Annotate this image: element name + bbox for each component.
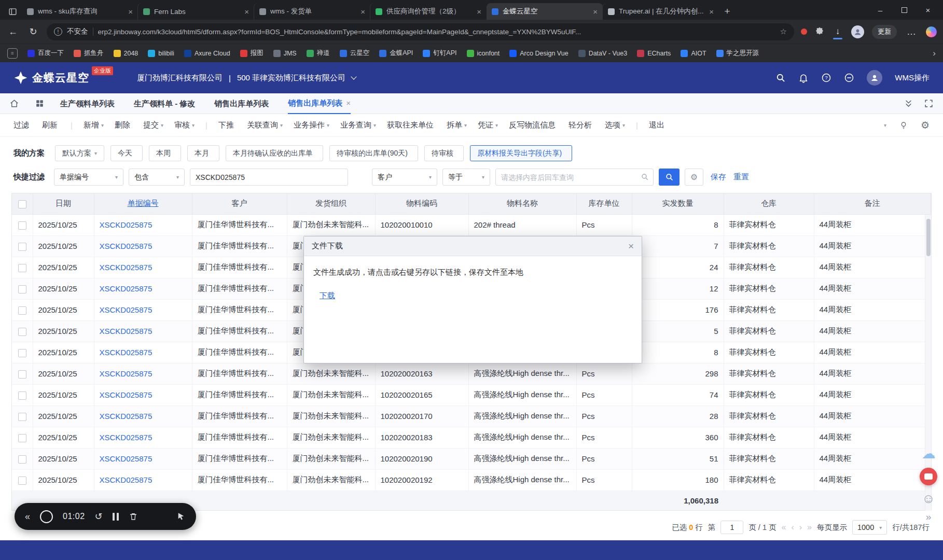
cursor-pointer-icon[interactable] xyxy=(176,512,186,521)
bookmark-item[interactable]: 云星空 xyxy=(340,49,370,58)
scheme-button[interactable]: 本月 xyxy=(187,145,219,161)
bookmark-item[interactable]: 金蝶API xyxy=(379,49,413,58)
window-maximize-button[interactable] xyxy=(892,0,916,20)
toolbar-button[interactable]: 业务操作▾ xyxy=(294,120,329,130)
row-checkbox[interactable] xyxy=(18,328,26,336)
search-button[interactable] xyxy=(659,169,679,186)
cell-bill-no[interactable]: XSCKD025875 xyxy=(94,384,192,405)
table-row[interactable]: 2025/10/25 XSCKD025875 厦门佳华博世科技有... 厦门劲创… xyxy=(12,363,931,384)
security-warning-icon[interactable]: ! xyxy=(54,27,62,36)
cell-bill-no[interactable]: XSCKD025875 xyxy=(94,448,192,469)
column-header[interactable]: 实发数量 xyxy=(632,193,724,214)
browser-tab[interactable]: 供应商询价管理（2级） × xyxy=(370,3,487,20)
page-tab-close-icon[interactable]: × xyxy=(346,93,351,114)
toolbar-button[interactable]: 凭证▾ xyxy=(478,120,498,130)
table-row[interactable]: 2025/10/25 XSCKD025875 厦门佳华博世科技有... 厦门劲创… xyxy=(12,427,931,448)
dialog-close-icon[interactable]: × xyxy=(628,241,634,252)
bookmark-item[interactable]: 学之思开源 xyxy=(716,49,759,58)
toolbar-button[interactable]: 删除 xyxy=(115,120,132,130)
column-header[interactable]: 发货组织 xyxy=(287,193,375,214)
delete-recording-icon[interactable] xyxy=(129,512,138,521)
filter-value2-input[interactable] xyxy=(495,169,654,186)
table-row[interactable]: 2025/10/25 XSCKD025875 厦门佳华博世科技有... 厦门劲创… xyxy=(12,405,931,427)
toolbar-button[interactable]: 下推 xyxy=(218,120,236,130)
cell-bill-no[interactable]: XSCKD025875 xyxy=(94,363,192,384)
copilot-icon[interactable] xyxy=(926,26,937,37)
bookmark-item[interactable]: 抓鱼舟 xyxy=(74,49,104,58)
bookmark-item[interactable]: ECharts xyxy=(637,50,671,57)
page-tab[interactable]: 销售出库单列表 × xyxy=(288,93,351,114)
browser-profile-avatar[interactable] xyxy=(851,25,864,38)
toolbar-button[interactable]: 业务查询▾ xyxy=(340,120,376,130)
tab-close-icon[interactable]: × xyxy=(128,7,133,16)
tab-close-icon[interactable]: × xyxy=(360,7,365,16)
bookmark-item[interactable]: DataV - Vue3 xyxy=(578,50,628,57)
cloud-service-icon[interactable]: ☁ xyxy=(922,447,936,461)
download-link[interactable]: 下载 xyxy=(320,291,335,301)
collapse-widgets-icon[interactable]: » xyxy=(926,512,932,522)
extensions-puzzle-icon[interactable] xyxy=(815,27,824,36)
toolbar-button[interactable]: 获取往来单位 xyxy=(387,120,436,130)
last-page-icon[interactable]: » xyxy=(807,523,812,532)
row-checkbox[interactable] xyxy=(18,221,26,230)
first-page-icon[interactable]: « xyxy=(782,523,786,532)
tab-close-icon[interactable]: × xyxy=(244,7,249,16)
row-checkbox[interactable] xyxy=(18,370,26,379)
table-row[interactable]: 2025/10/25 XSCKD025875 厦门佳华博世科技有... 厦门劲创… xyxy=(12,469,931,491)
fullscreen-icon[interactable] xyxy=(924,99,934,108)
user-avatar[interactable] xyxy=(867,70,882,86)
row-checkbox[interactable] xyxy=(18,243,26,251)
home-icon[interactable] xyxy=(9,99,19,108)
cell-bill-no[interactable]: XSCKD025875 xyxy=(94,320,192,342)
column-header[interactable]: 仓库 xyxy=(724,193,814,214)
scheme-button[interactable]: 待审核 xyxy=(424,145,464,161)
column-header[interactable]: 日期 xyxy=(33,193,94,214)
column-header[interactable]: 物料名称 xyxy=(468,193,576,214)
filter-field-select[interactable]: 单据编号▾ xyxy=(54,169,123,186)
save-scheme-link[interactable]: 保存 xyxy=(711,172,726,182)
filter-operator-select[interactable]: 包含▾ xyxy=(129,169,185,186)
collapse-tabs-icon[interactable] xyxy=(904,99,913,108)
organization-switcher[interactable]: 厦门劲博汇科技有限公司 | 500 菲律宾劲博汇科技有限公司 xyxy=(137,73,356,83)
filter-operator2-select[interactable]: 等于▾ xyxy=(442,169,490,186)
toolbar-button[interactable]: 刷新 xyxy=(42,120,60,130)
reset-link[interactable]: 重置 xyxy=(733,172,749,182)
scheme-button[interactable]: 本月待确认应收的出库单 xyxy=(226,145,323,161)
row-checkbox[interactable] xyxy=(18,285,26,293)
column-header[interactable]: 客户 xyxy=(192,193,287,214)
row-checkbox[interactable] xyxy=(18,264,26,272)
scheme-button[interactable]: 本周 xyxy=(149,145,181,161)
recording-indicator-icon[interactable] xyxy=(801,29,807,35)
toolbar-button[interactable]: 轻分析 xyxy=(568,120,594,130)
bookmark-item[interactable]: bilibili xyxy=(148,50,174,57)
address-input[interactable]: ! 不安全 erp2.jinboway.com/k3cloud/html5/df… xyxy=(47,23,794,40)
bookmarks-overflow-icon[interactable]: › xyxy=(933,48,936,59)
filter-value-input[interactable] xyxy=(190,169,348,186)
settings-gear-icon[interactable]: ⚙ xyxy=(921,119,930,131)
scheme-button[interactable]: 待审核的出库单(90天) xyxy=(329,145,418,161)
cell-bill-no[interactable]: XSCKD025875 xyxy=(94,235,192,257)
refresh-icon[interactable]: ↻ xyxy=(26,26,40,37)
scheme-button[interactable]: 原材料报关导出字段(共享) xyxy=(470,145,572,161)
toolbar-collapse-icon[interactable]: ▾ xyxy=(884,122,886,128)
bookmark-item[interactable]: 百度一下 xyxy=(27,49,64,58)
row-checkbox[interactable] xyxy=(18,455,26,464)
toolbar-button[interactable]: 关联查询▾ xyxy=(247,120,283,130)
bookmark-item[interactable]: 报图 xyxy=(240,49,264,58)
bookmark-item[interactable]: Arco Design Vue xyxy=(509,50,568,57)
toolbar-button[interactable]: 提交▾ xyxy=(143,120,163,130)
downloads-icon[interactable]: ↓ xyxy=(832,26,843,37)
cell-bill-no[interactable]: XSCKD025875 xyxy=(94,427,192,448)
bell-icon[interactable] xyxy=(798,73,809,83)
restart-recording-icon[interactable]: ↺ xyxy=(95,511,103,522)
row-checkbox[interactable] xyxy=(18,477,26,485)
tab-list-icon[interactable] xyxy=(3,3,22,20)
table-row[interactable]: 2025/10/25 XSCKD025875 厦门佳华博世科技有... 厦门劲创… xyxy=(12,214,931,235)
row-checkbox[interactable] xyxy=(18,391,26,400)
column-header[interactable]: 物料编码 xyxy=(375,193,468,214)
bookmark-item[interactable]: 2048 xyxy=(114,50,138,57)
record-button-icon[interactable] xyxy=(40,510,53,523)
feedback-smiley-icon[interactable]: ☺ xyxy=(922,492,935,505)
prev-page-icon[interactable]: ‹ xyxy=(791,523,794,532)
search-icon[interactable] xyxy=(775,73,786,83)
